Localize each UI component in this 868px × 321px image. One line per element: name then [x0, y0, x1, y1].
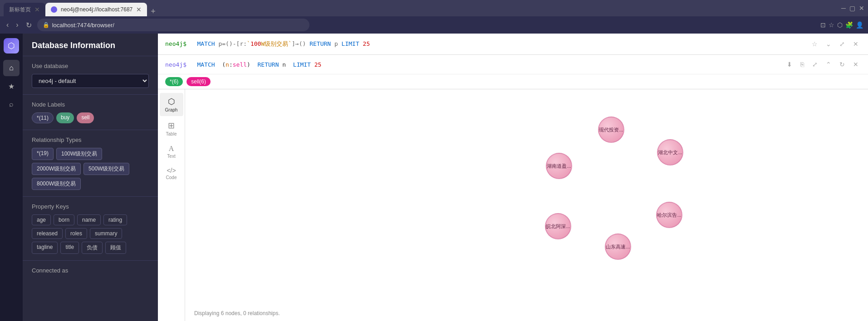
graph-node-6[interactable]: 山东高速... [605, 233, 631, 260]
extensions-icon[interactable]: 🧩 [845, 21, 853, 29]
prop-born[interactable]: born [54, 214, 74, 225]
view-item-code[interactable]: </> Code [160, 163, 183, 184]
database-select[interactable]: neo4j - default [32, 74, 149, 88]
node-label-6: 山东高速... [606, 243, 630, 250]
query-panel-1: neo4j$ MATCH p=()-[r:`100W级别交易`]→() RETU… [158, 34, 868, 55]
url-bar: 🔒 localhost:7474/browser/ [37, 19, 309, 31]
neo4j-logo[interactable]: ⬡ [4, 38, 19, 54]
prop-fuzhai[interactable]: 负债 [82, 242, 103, 254]
rel-chip-2000w[interactable]: 2000W级别交易 [32, 163, 81, 175]
relationship-types-title: Relationship Types [32, 136, 149, 143]
property-chips: age born name rating released roles summ… [32, 214, 149, 254]
view-item-table[interactable]: ⊞ Table [160, 117, 183, 140]
prop-summary[interactable]: summary [90, 228, 122, 239]
fullscreen-query-btn[interactable]: ⤢ [837, 39, 847, 49]
query-prompt-2: neo4j$ [165, 61, 186, 68]
rel-chip-all[interactable]: *(19) [32, 148, 54, 160]
graph-view-label: Graph [165, 107, 178, 112]
close-query-btn[interactable]: ✕ [851, 39, 861, 49]
tab-newtab[interactable]: 新标签页 ✕ [4, 3, 45, 16]
use-database-label: Use database [32, 63, 149, 69]
graph-node-4[interactable]: 哈尔滨告... [656, 202, 682, 228]
prop-title[interactable]: title [60, 242, 79, 254]
chip-sell[interactable]: sell [77, 112, 94, 123]
graph-node-2[interactable]: 湖北中文... [657, 139, 683, 165]
node-label-3: 湖南道盈... [547, 163, 571, 170]
tab-close-btn[interactable]: ✕ [34, 6, 40, 13]
download-btn[interactable]: ⬇ [785, 59, 794, 69]
prop-tagline[interactable]: tagline [32, 242, 58, 254]
search-icon[interactable]: ⌕ [3, 96, 20, 112]
tab-close-btn[interactable]: ✕ [136, 6, 142, 13]
table-view-label: Table [166, 131, 177, 136]
graph-node-5[interactable]: 皖北阿深... [545, 213, 571, 239]
view-panel: ⬡ Graph ⊞ Table A Text </> Code [158, 89, 868, 321]
profile-icon[interactable]: 👤 [856, 21, 863, 29]
close-btn[interactable]: ✕ [859, 5, 864, 12]
view-item-graph[interactable]: ⬡ Graph [160, 93, 183, 116]
favorite-query-btn[interactable]: ☆ [809, 39, 820, 49]
graph-status: Displaying 6 nodes, 0 relationships. [194, 310, 280, 316]
refresh-button[interactable]: ↻ [24, 19, 34, 31]
connected-as: Connected as [23, 261, 158, 280]
main-content: neo4j$ MATCH p=()-[r:`100W级别交易`]→() RETU… [158, 34, 868, 321]
text-view-icon: A [169, 145, 174, 153]
graph-view-icon: ⬡ [168, 97, 175, 107]
view-item-text[interactable]: A Text [160, 141, 183, 162]
graph-node-1[interactable]: 现代投资... [598, 117, 624, 143]
node-label-5: 皖北阿深... [546, 223, 570, 230]
property-keys-section: Property Keys age born name rating relea… [23, 197, 158, 261]
query-content-1: MATCH p=()-[r:`100W级别交易`]→() RETURN p LI… [197, 40, 370, 47]
relationship-chips: *(19) 100W级别交易 2000W级别交易 500W级别交易 8000W级… [32, 148, 149, 190]
node-labels-section: Node Labels *(11) buy sell [23, 95, 158, 130]
result-badge-all[interactable]: *(6) [165, 77, 183, 86]
lock-icon: 🔒 [43, 22, 49, 28]
share-btn[interactable]: ⎘ [798, 59, 806, 69]
table-view-icon: ⊞ [168, 121, 175, 131]
minimize-btn[interactable]: ─ [841, 5, 846, 12]
result-badge-bar: *(6) sell(6) [158, 74, 868, 89]
query-actions-1: ☆ ⌄ ⤢ ✕ [809, 39, 861, 49]
bookmark-icon[interactable]: ☆ [829, 21, 834, 29]
translate-icon[interactable]: ⊡ [820, 21, 826, 29]
node-labels-title: Node Labels [32, 101, 149, 108]
tab-label: 新标签页 [9, 6, 31, 14]
match-kw: MATCH [197, 61, 215, 68]
graph-node-3[interactable]: 湖南道盈... [546, 153, 572, 179]
favorites-icon[interactable]: ★ [3, 78, 20, 94]
restore-btn[interactable]: ▢ [849, 5, 855, 12]
rel-chip-100w[interactable]: 100W级别交易 [56, 148, 102, 160]
new-tab-button[interactable]: + [147, 7, 159, 16]
code-view-icon: </> [167, 167, 176, 174]
collapse-btn[interactable]: ⌃ [824, 59, 834, 69]
refresh-btn[interactable]: ↻ [837, 59, 847, 69]
query-editor-2: neo4j$ MATCH (n:sell) RETURN n LIMIT 25 [165, 61, 321, 68]
neo4j-icon[interactable]: ⬡ [837, 21, 843, 29]
neo4j-favicon [51, 6, 57, 13]
query-panel-2: neo4j$ MATCH (n:sell) RETURN n LIMIT 25 … [158, 55, 868, 89]
back-button[interactable]: ‹ [5, 19, 10, 31]
prop-guzhi[interactable]: 顾值 [105, 242, 126, 254]
tab-neo4j[interactable]: neo4j@neo4j://localhost:7687 ✕ [45, 3, 147, 16]
expand-query-btn[interactable]: ⌄ [824, 39, 834, 49]
graph-canvas[interactable]: 现代投资... 湖北中文... 湖南道盈... 哈尔滨告... 皖北阿深... … [185, 89, 868, 321]
prop-rating[interactable]: rating [103, 214, 127, 225]
database-sidebar: Database Information Use database neo4j … [23, 34, 158, 321]
prop-age[interactable]: age [32, 214, 51, 225]
forward-button[interactable]: › [14, 19, 20, 31]
rel-chip-8000w[interactable]: 8000W级别交易 [32, 178, 81, 190]
query-text-1: neo4j$ MATCH p=()-[r:`100W级别交易`]→() RETU… [165, 40, 370, 48]
home-icon[interactable]: ⌂ [3, 60, 20, 76]
connected-as-label: Connected as [32, 267, 68, 274]
chip-all[interactable]: *(11) [32, 112, 54, 123]
result-badge-sell[interactable]: sell(6) [186, 77, 211, 86]
fullscreen-btn[interactable]: ⤢ [810, 59, 820, 69]
node-label-4: 哈尔滨告... [657, 212, 681, 219]
prop-name[interactable]: name [77, 214, 101, 225]
status-text: Displaying 6 nodes, 0 relationships. [194, 310, 280, 316]
chip-buy[interactable]: buy [56, 112, 74, 123]
prop-roles[interactable]: roles [65, 228, 87, 239]
prop-released[interactable]: released [32, 228, 63, 239]
rel-chip-500w[interactable]: 500W级别交易 [83, 163, 129, 175]
close-result-btn[interactable]: ✕ [851, 59, 861, 69]
